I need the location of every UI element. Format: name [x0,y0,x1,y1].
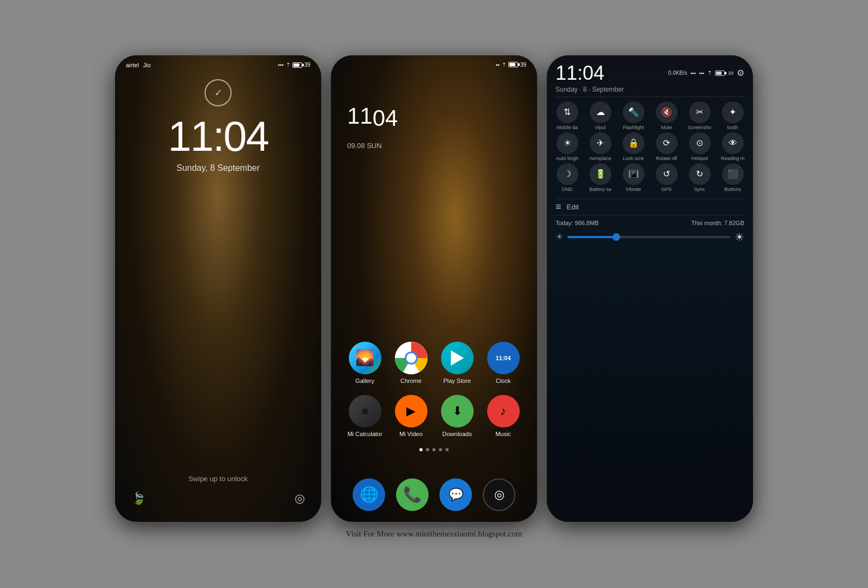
qs-sync[interactable]: ↻ Sync [685,163,714,192]
qs-mobile-data-icon: ⇅ [557,101,578,123]
dot-5 [445,448,449,451]
qs-auto-bright[interactable]: ☀ Auto brigh [552,132,582,161]
hs-app-row-2: ⊞ Mi Calculator ▶ Mi Video ⬇ Downloads ♪… [342,395,526,437]
brightness-fill [567,236,616,238]
downloads-label: Downloads [442,431,471,437]
phone-lockscreen: airtel Jio ▪▪▪ ⇡ 39 ✓ 11:04 Sunday, 8 Se… [115,55,321,522]
hs-time-display: 11 04 [347,100,537,139]
app-gallery[interactable]: 🌄 Gallery [344,342,385,384]
np-status-icons: 0.0KB/s ▪▪▪ ▪▪▪ ⇡ 39 ⚙ [668,68,744,78]
qs-airplane[interactable]: ✈ Aeroplane [585,132,615,161]
np-brightness-row: ☀ ☀ [547,231,753,244]
hs-time-min: 04 [373,107,398,130]
app-chrome[interactable]: Chrome [391,342,431,384]
music-label: Music [495,431,511,437]
qs-lockscreen-label: Lock scre [618,156,648,161]
phones-container: airtel Jio ▪▪▪ ⇡ 39 ✓ 11:04 Sunday, 8 Se… [115,55,753,522]
qs-auto-bright-label: Auto brigh [552,156,582,161]
hs-time-widget: 11 04 09.08 SUN [331,68,537,150]
dock-camera[interactable]: ◎ [483,478,515,511]
music-icon: ♪ [487,395,520,427]
qs-battery-saver[interactable]: 🔋 Battery sa [585,163,615,192]
sun-dim-icon: ☀ [556,232,563,242]
qs-buttons[interactable]: ⬛ Buttons [718,163,748,192]
np-signal1: ▪▪▪ [691,71,696,76]
qs-hotspot-icon: ⊙ [689,132,711,154]
np-wifi-icon: ⇡ [707,70,712,76]
hs-date: 09.08 SUN [347,142,537,150]
app-calculator[interactable]: ⊞ Mi Calculator [344,395,385,437]
swipe-text[interactable]: Swipe up to unlock [188,475,247,483]
downloads-icon: ⬇ [441,395,474,427]
qs-airplane-label: Aeroplane [585,156,615,161]
qs-vibrate[interactable]: 📳 Vibrate [618,163,648,192]
qs-vibrate-icon: 📳 [623,163,644,185]
ls-bottom-icons: 🍃 ◎ [115,491,321,506]
ls-camera-icon: ◎ [295,491,305,506]
qs-vipul[interactable]: ☁ Vipul [585,101,615,130]
hs-app-row-1: 🌄 Gallery [342,342,526,384]
signal-icon: ▪▪▪ [278,62,284,68]
qs-lockscreen-icon: 🔒 [623,132,644,154]
qs-lockscreen[interactable]: 🔒 Lock scre [618,132,648,161]
hs-status-bar: ▪▪ ⇡ 39 [331,55,537,68]
dock-phone[interactable]: 📞 [396,478,429,511]
qs-mobile-data[interactable]: ⇅ Mobile da [552,101,582,130]
qs-dnd[interactable]: ☽ DND [552,163,582,192]
np-gear-icon[interactable]: ⚙ [737,68,744,78]
qs-buttons-icon: ⬛ [722,163,744,185]
qs-gps[interactable]: ↺ GPS [652,163,681,192]
carrier1-label: airtel [126,62,139,68]
app-clock[interactable]: 11:04 Clock [483,342,524,384]
qs-rotate-label: Rotate off [652,156,681,161]
lockscreen-date: Sunday, 8 September [115,163,321,173]
qs-rotate[interactable]: ⟳ Rotate off [652,132,681,161]
mivideo-icon: ▶ [395,395,427,427]
qs-bluetooth[interactable]: ✦ tooth [718,101,748,130]
hs-signal: ▪▪ [496,62,500,68]
hs-dock: 🌐 📞 💬 ◎ [331,478,537,511]
qs-reading-label: Reading m [718,156,748,161]
qs-screenshot-label: Screensho [685,125,714,130]
gallery-label: Gallery [355,378,374,384]
app-music[interactable]: ♪ Music [483,395,524,437]
qs-hotspot-label: Hotspot [685,156,714,161]
dock-browser[interactable]: 🌐 [353,478,385,511]
app-playstore[interactable]: Play Store [437,342,477,384]
np-bottom-gradient [547,413,753,522]
homescreen-bg: ▪▪ ⇡ 39 11 04 09.08 SUN 🌄 Gallery [331,55,537,522]
qs-battery-saver-icon: 🔋 [590,163,611,185]
chrome-label: Chrome [400,378,422,384]
ls-bottom: Swipe up to unlock 🍃 ◎ [115,475,321,506]
qs-reading[interactable]: 👁 Reading m [718,132,748,161]
calculator-label: Mi Calculator [347,431,382,437]
battery-pct: 39 [304,62,310,68]
qs-flashlight[interactable]: 🔦 Flashlight [618,101,648,130]
np-battery-pct: 39 [728,71,733,76]
svg-point-2 [406,353,416,363]
qs-mute[interactable]: 🔇 Mute [652,101,681,130]
clock-label: Clock [496,378,511,384]
sun-bright-icon: ☀ [735,231,744,244]
np-time: 11:04 [556,62,604,85]
app-downloads[interactable]: ⬇ Downloads [437,395,477,437]
app-mivideo[interactable]: ▶ Mi Video [391,395,431,437]
qs-hotspot[interactable]: ⊙ Hotspot [685,132,714,161]
footer-text: Visit For More www.miuithemesxiaomi.blog… [346,529,522,539]
np-edit-label[interactable]: Edit [567,203,579,211]
qs-mobile-data-label: Mobile da [552,125,582,130]
np-qs-row-3: ☽ DND 🔋 Battery sa 📳 Vibrate ↺ GPS [552,163,748,192]
np-menu-icon: ≡ [556,201,561,213]
brightness-slider[interactable] [567,236,730,238]
chrome-icon [395,342,427,374]
playstore-label: Play Store [443,378,471,384]
dock-messages[interactable]: 💬 [439,478,472,511]
qs-screenshot[interactable]: ✂ Screensho [685,101,714,130]
qs-vipul-icon: ☁ [590,101,611,123]
qs-bluetooth-label: tooth [718,125,748,130]
qs-reading-icon: 👁 [722,132,744,154]
page-dots [342,448,526,451]
dot-3 [432,448,436,451]
qs-vibrate-label: Vibrate [618,187,648,192]
qs-rotate-icon: ⟳ [656,132,678,154]
